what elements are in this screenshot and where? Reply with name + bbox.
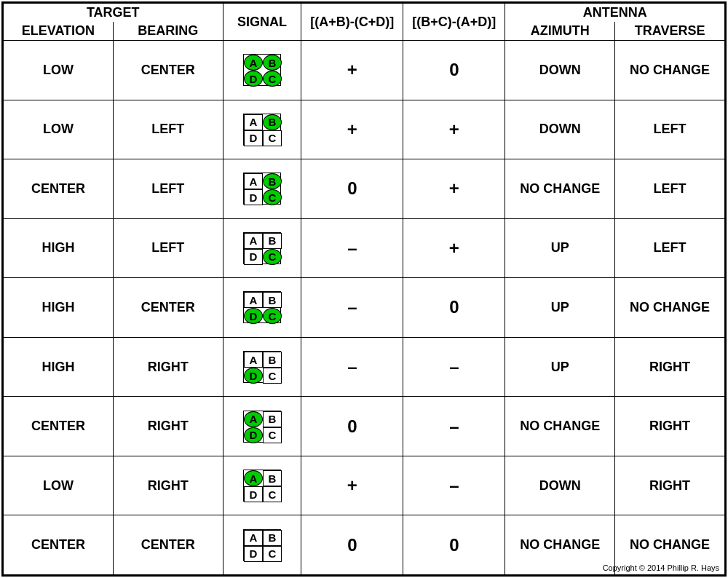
signal-cell: ABDC bbox=[223, 515, 301, 575]
elevation-cell: CENTER bbox=[4, 159, 114, 219]
quad-grid: ABDC bbox=[243, 291, 281, 323]
azimuth-cell: UP bbox=[505, 337, 615, 397]
traverse-cell: RIGHT bbox=[615, 456, 725, 515]
ab-cell: + bbox=[301, 456, 403, 515]
elevation-cell: LOW bbox=[4, 456, 114, 515]
quad-cell-a: A bbox=[244, 114, 263, 130]
signal-cell: ABDC bbox=[223, 278, 301, 338]
azimuth-cell: DOWN bbox=[505, 41, 615, 100]
elevation-cell: CENTER bbox=[4, 397, 114, 456]
traverse-header: TRAVERSE bbox=[615, 22, 725, 41]
quad-cell-c: C bbox=[263, 189, 282, 205]
bc-cell: 0 bbox=[403, 515, 505, 575]
antenna-header: ANTENNA bbox=[505, 4, 725, 23]
quad-cell-a: A bbox=[244, 470, 263, 486]
ab-cell: + bbox=[301, 100, 403, 159]
quad-grid: ABDC bbox=[243, 114, 281, 146]
traverse-cell: NO CHANGE bbox=[615, 278, 725, 338]
quad-cell-d: D bbox=[244, 308, 263, 324]
quad-cell-d: D bbox=[244, 368, 263, 384]
quad-cell-b: B bbox=[263, 55, 282, 71]
quad-grid: ABDC bbox=[243, 173, 281, 205]
main-container: TARGET SIGNAL [(A+B)-(C+D)] [(B+C)-(A+D)… bbox=[1, 1, 727, 577]
table-row: CENTERRIGHTABDC0–NO CHANGERIGHT bbox=[4, 397, 725, 456]
ab-cell: 0 bbox=[301, 515, 403, 575]
quad-cell-b: B bbox=[263, 173, 282, 189]
bc-cell: + bbox=[403, 159, 505, 219]
elevation-cell: HIGH bbox=[4, 337, 114, 397]
azimuth-cell: NO CHANGE bbox=[505, 159, 615, 219]
quad-cell-b: B bbox=[263, 352, 282, 368]
traverse-cell: RIGHT bbox=[615, 337, 725, 397]
azimuth-cell: UP bbox=[505, 218, 615, 278]
quad-cell-b: B bbox=[263, 114, 282, 130]
signal-cell: ABDC bbox=[223, 397, 301, 456]
bearing-header: BEARING bbox=[113, 22, 223, 41]
azimuth-cell: DOWN bbox=[505, 456, 615, 515]
quad-cell-a: A bbox=[244, 352, 263, 368]
traverse-cell: LEFT bbox=[615, 100, 725, 159]
quad-cell-c: C bbox=[263, 249, 282, 265]
elevation-cell: LOW bbox=[4, 100, 114, 159]
table-row: HIGHLEFTABDC–+UPLEFT bbox=[4, 218, 725, 278]
target-label: TARGET bbox=[87, 5, 140, 20]
signal-cell: ABDC bbox=[223, 100, 301, 159]
quad-cell-c: C bbox=[263, 427, 282, 443]
quad-cell-a: A bbox=[244, 233, 263, 249]
elevation-cell: HIGH bbox=[4, 218, 114, 278]
traverse-cell: NO CHANGE bbox=[615, 41, 725, 100]
ab-header: [(A+B)-(C+D)] bbox=[301, 4, 403, 41]
quad-cell-a: A bbox=[244, 55, 263, 71]
table-body: LOWCENTERABDC+0DOWNNO CHANGELOWLEFTABDC+… bbox=[4, 41, 725, 575]
ab-cell: – bbox=[301, 278, 403, 338]
traverse-cell: LEFT bbox=[615, 218, 725, 278]
data-table: TARGET SIGNAL [(A+B)-(C+D)] [(B+C)-(A+D)… bbox=[3, 3, 725, 575]
bearing-cell: CENTER bbox=[113, 278, 223, 338]
bearing-cell: LEFT bbox=[113, 218, 223, 278]
quad-cell-d: D bbox=[244, 427, 263, 443]
bc-cell: 0 bbox=[403, 278, 505, 338]
bc-cell: 0 bbox=[403, 41, 505, 100]
quad-grid: ABDC bbox=[243, 232, 281, 264]
traverse-cell: RIGHT bbox=[615, 397, 725, 456]
quad-grid: ABDC bbox=[243, 54, 281, 86]
bearing-cell: CENTER bbox=[113, 515, 223, 575]
header-row-1: TARGET SIGNAL [(A+B)-(C+D)] [(B+C)-(A+D)… bbox=[4, 4, 725, 23]
elevation-cell: LOW bbox=[4, 41, 114, 100]
bc-cell: – bbox=[403, 397, 505, 456]
quad-cell-c: C bbox=[263, 71, 282, 87]
quad-cell-a: A bbox=[244, 411, 263, 427]
elevation-cell: CENTER bbox=[4, 515, 114, 575]
quad-cell-c: C bbox=[263, 130, 282, 146]
azimuth-cell: DOWN bbox=[505, 100, 615, 159]
signal-cell: ABDC bbox=[223, 456, 301, 515]
quad-cell-c: C bbox=[263, 368, 282, 384]
ab-cell: 0 bbox=[301, 397, 403, 456]
traverse-cell: LEFT bbox=[615, 159, 725, 219]
ab-cell: – bbox=[301, 337, 403, 397]
quad-cell-b: B bbox=[263, 530, 282, 546]
table-row: CENTERLEFTABDC0+NO CHANGELEFT bbox=[4, 159, 725, 219]
bearing-cell: RIGHT bbox=[113, 337, 223, 397]
ab-cell: – bbox=[301, 218, 403, 278]
ab-cell: 0 bbox=[301, 159, 403, 219]
quad-cell-c: C bbox=[263, 308, 282, 324]
quad-cell-d: D bbox=[244, 71, 263, 87]
azimuth-cell: UP bbox=[505, 278, 615, 338]
signal-cell: ABDC bbox=[223, 41, 301, 100]
signal-cell: ABDC bbox=[223, 337, 301, 397]
bearing-cell: CENTER bbox=[113, 41, 223, 100]
quad-cell-d: D bbox=[244, 249, 263, 265]
quad-grid: ABDC bbox=[243, 470, 281, 502]
target-header: TARGET bbox=[4, 4, 223, 23]
quad-cell-b: B bbox=[263, 411, 282, 427]
table-row: LOWCENTERABDC+0DOWNNO CHANGE bbox=[4, 41, 725, 100]
quad-cell-b: B bbox=[263, 233, 282, 249]
quad-cell-d: D bbox=[244, 189, 263, 205]
quad-cell-d: D bbox=[244, 486, 263, 502]
bearing-cell: RIGHT bbox=[113, 456, 223, 515]
quad-cell-a: A bbox=[244, 292, 263, 308]
quad-grid: ABDC bbox=[243, 529, 281, 561]
table-row: LOWRIGHTABDC+–DOWNRIGHT bbox=[4, 456, 725, 515]
quad-cell-b: B bbox=[263, 470, 282, 486]
